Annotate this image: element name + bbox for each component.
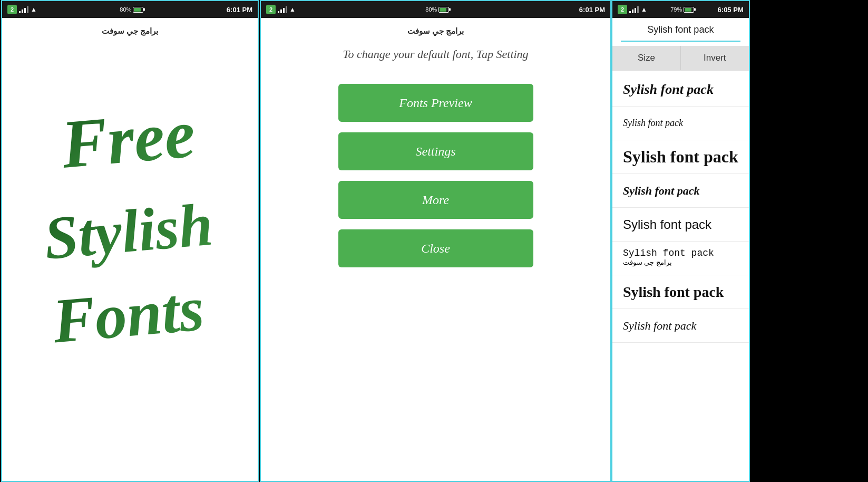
font-item-2[interactable]: Sylish font pack [612, 107, 749, 140]
battery-block-2: 80% [425, 6, 449, 13]
invert-button[interactable]: Invert [681, 46, 749, 70]
wifi-icon-2: ▲ [289, 6, 296, 13]
status-left-2: 2 ▲ [266, 5, 296, 14]
status-left-3: 2 ▲ [618, 5, 647, 14]
signal-icon-3 [629, 6, 639, 13]
panel2-header: برامج جي سوفت [407, 26, 464, 36]
logo-area: Free Stylish Fonts [35, 41, 225, 473]
phone-panel-1: 2 ▲ 80% 6:01 PM برامج جي سوفت [1, 0, 259, 482]
status-time-1: 6:01 PM [227, 6, 252, 14]
font-sample-4: Sylish font pack [623, 184, 699, 198]
logo-svg: Free Stylish Fonts [35, 78, 225, 436]
signal-icon-2 [278, 6, 287, 13]
panel1-content: برامج جي سوفت Free Stylish Fonts [2, 18, 258, 481]
font-item-1[interactable]: Sylish font pack [612, 73, 749, 107]
battery-icon-3 [684, 7, 694, 13]
font-sample-8: Sylish font pack [623, 319, 696, 333]
status-bar-2: 2 ▲ 80% 6:01 PM [261, 1, 610, 18]
font-item-4[interactable]: Sylish font pack [612, 174, 749, 208]
status-time-3: 6:05 PM [718, 6, 744, 14]
panel3-title: Sylish font pack [621, 24, 740, 35]
battery-icon-1 [133, 7, 143, 13]
font-item-7[interactable]: Sylish font pack [612, 275, 749, 309]
font-sample-1: Sylish font pack [623, 82, 714, 98]
battery-icon-2 [438, 7, 449, 13]
signal-icon-1 [19, 6, 28, 13]
size-button[interactable]: Size [612, 46, 681, 70]
battery-percent-2: 80% [425, 6, 437, 13]
font-sample-2: Sylish font pack [623, 118, 683, 129]
notification-badge-3: 2 [618, 5, 627, 14]
font-item-5[interactable]: Sylish font pack [612, 208, 749, 242]
status-time-2: 6:01 PM [579, 6, 605, 14]
svg-text:Fonts: Fonts [49, 273, 206, 356]
panel2-content: برامج جي سوفت To change your default fon… [261, 18, 610, 481]
font-item-8[interactable]: Sylish font pack [612, 309, 749, 343]
status-bar-3: 2 ▲ 79% 6:05 PM [612, 1, 749, 18]
font-list: Sylish font pack Sylish font pack Sylish… [612, 73, 749, 481]
size-invert-row: Size Invert [612, 46, 749, 71]
font-sample-3: Sylish font pack [623, 147, 738, 167]
status-left-1: 2 ▲ [7, 5, 37, 14]
battery-percent-1: 80% [120, 6, 131, 13]
panel3-title-bar: Sylish font pack [612, 18, 749, 46]
panel3-content: Sylish font pack Size Invert Sylish font… [612, 18, 749, 481]
panel2-subtext: To change your default font, Tap Setting [343, 45, 528, 63]
phone-panel-3: 2 ▲ 79% 6:05 PM Sylish font pack Size In… [611, 0, 750, 482]
wifi-icon-1: ▲ [31, 6, 37, 13]
battery-percent-3: 79% [670, 6, 682, 13]
settings-button[interactable]: Settings [338, 132, 533, 170]
status-bar-1: 2 ▲ 80% 6:01 PM [2, 1, 258, 18]
more-button[interactable]: More [338, 181, 533, 219]
close-button[interactable]: Close [338, 229, 533, 267]
font-sample-5: Sylish font pack [623, 217, 711, 232]
battery-block-3: 79% [670, 6, 694, 13]
fonts-preview-button[interactable]: Fonts Preview [338, 84, 533, 122]
font-sample-7: Sylish font pack [623, 284, 724, 301]
font-sample-6: Sylish font pack [623, 248, 714, 258]
font-item-6[interactable]: Sylish font pack برامج جي سوفت [612, 242, 749, 275]
font-item-3[interactable]: Sylish font pack [612, 140, 749, 174]
arabic-sample-6: برامج جي سوفت [623, 258, 672, 267]
panel1-header: برامج جي سوفت [102, 26, 158, 36]
svg-text:Free: Free [58, 95, 198, 182]
phone-panel-2: 2 ▲ 80% 6:01 PM برامج جي سوفت To change … [260, 0, 611, 482]
svg-text:Stylish: Stylish [41, 190, 214, 272]
wifi-icon-3: ▲ [641, 6, 647, 13]
panel3-title-underline [621, 41, 740, 42]
battery-block-1: 80% [120, 6, 143, 13]
notification-badge-1: 2 [7, 5, 17, 14]
notification-badge-2: 2 [266, 5, 276, 14]
